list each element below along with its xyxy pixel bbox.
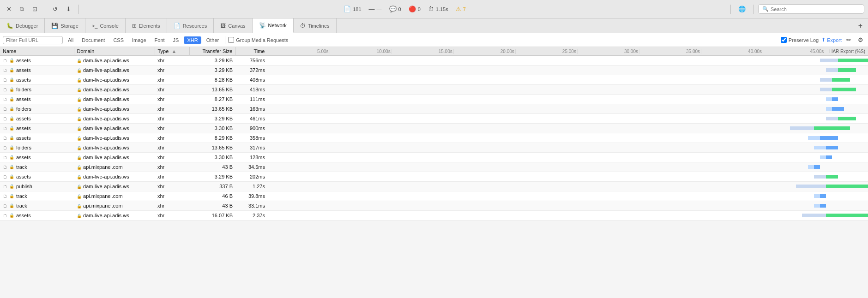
table-row[interactable]: 🗋🔒assets🔒 dam-live-api.adis.wsxhr3.29 KB… bbox=[0, 172, 868, 182]
cell-timeline bbox=[268, 133, 868, 143]
col-header-time[interactable]: Time bbox=[235, 47, 268, 56]
cell-domain: 🔒 dam-live-api.adis.ws bbox=[74, 56, 155, 66]
table-row[interactable]: 🗋🔒publish🔒 dam-live-api.adis.wsxhr337 B1… bbox=[0, 182, 868, 191]
tab-storage[interactable]: 💾 Storage bbox=[45, 18, 85, 33]
table-row[interactable]: 🗋🔒assets🔒 dam-live-api.adis.wsxhr3.29 KB… bbox=[0, 56, 868, 66]
filter-other[interactable]: Other bbox=[203, 36, 223, 44]
timeline-bar bbox=[268, 124, 868, 133]
table-row[interactable]: 🗋🔒track🔒 api.mixpanel.comxhr46 B39.8ms bbox=[0, 191, 868, 201]
settings-button[interactable]: ⚙ bbox=[856, 36, 865, 44]
tab-debugger[interactable]: 🐛 Debugger bbox=[0, 18, 45, 33]
tab-elements[interactable]: ⊞ Elements bbox=[126, 18, 167, 33]
table-row[interactable]: 🗋🔒assets🔒 dam-live-api.adis.wsxhr16.07 K… bbox=[0, 211, 868, 221]
close-button[interactable]: ✕ bbox=[4, 4, 14, 14]
cell-name: 🗋🔒assets bbox=[0, 172, 74, 182]
bar-receiving bbox=[826, 175, 838, 179]
lock-icon: 🔒 bbox=[9, 184, 14, 189]
url-filter-input[interactable] bbox=[3, 36, 63, 44]
cell-name: 🗋🔒assets bbox=[0, 133, 74, 143]
file-icon: 🗋 bbox=[3, 136, 7, 141]
detach-button[interactable]: ⧉ bbox=[17, 4, 27, 15]
reload-button[interactable]: ↺ bbox=[50, 4, 60, 14]
cell-timeline bbox=[268, 162, 868, 172]
preserve-log-label[interactable]: Preserve Log bbox=[781, 37, 819, 43]
table-row[interactable]: 🗋🔒assets🔒 dam-live-api.adis.wsxhr8.29 KB… bbox=[0, 133, 868, 143]
cell-size: 13.65 KB bbox=[189, 85, 235, 95]
network-icon: 📡 bbox=[259, 22, 266, 29]
cell-type: xhr bbox=[155, 124, 189, 133]
cell-domain: 🔒 api.mixpanel.com bbox=[74, 201, 155, 211]
table-header: Name Domain Type ▲ Transfer Size Time bbox=[0, 47, 868, 56]
table-row[interactable]: 🗋🔒assets🔒 dam-live-api.adis.wsxhr3.30 KB… bbox=[0, 124, 868, 133]
bar-receiving bbox=[814, 126, 850, 130]
lock-icon: 🔒 bbox=[9, 97, 14, 101]
file-icon: 🗋 bbox=[3, 97, 7, 102]
table-row[interactable]: 🗋🔒track🔒 api.mixpanel.comxhr43 B33.1ms bbox=[0, 201, 868, 211]
table-row[interactable]: 🗋🔒track🔒 api.mixpanel.comxhr43 B34.5ms bbox=[0, 162, 868, 172]
warnings-count: 7 bbox=[463, 6, 466, 12]
tab-console[interactable]: >_ Console bbox=[85, 18, 126, 33]
col-header-domain[interactable]: Domain bbox=[74, 47, 155, 56]
lock-icon: 🔒 bbox=[9, 213, 14, 218]
table-row[interactable]: 🗋🔒assets🔒 dam-live-api.adis.wsxhr8.27 KB… bbox=[0, 95, 868, 104]
cell-timeline bbox=[268, 143, 868, 153]
bar-receiving bbox=[832, 107, 844, 111]
download-button[interactable]: ⬇ bbox=[63, 4, 74, 14]
lock-icon: 🔒 bbox=[9, 126, 14, 131]
file-icon: 🗋 bbox=[3, 126, 7, 131]
search-input[interactable] bbox=[771, 6, 860, 12]
tab-timelines[interactable]: ⏱ Timelines bbox=[294, 18, 337, 33]
add-tab-button[interactable]: + bbox=[853, 22, 868, 30]
table-row[interactable]: 🗋🔒assets🔒 dam-live-api.adis.wsxhr8.28 KB… bbox=[0, 75, 868, 85]
cell-timeline bbox=[268, 191, 868, 201]
console-icon: >_ bbox=[92, 23, 98, 29]
cell-time: 111ms bbox=[235, 95, 268, 104]
cell-timeline bbox=[268, 75, 868, 85]
filter-xhr[interactable]: XHR bbox=[184, 36, 201, 44]
col-header-type[interactable]: Type ▲ bbox=[155, 47, 189, 56]
sidebar-toggle-button[interactable]: ⊡ bbox=[30, 4, 40, 14]
table-row[interactable]: 🗋🔒assets🔒 dam-live-api.adis.wsxhr3.29 KB… bbox=[0, 66, 868, 75]
file-icon: 🗋 bbox=[3, 116, 7, 121]
cell-timeline bbox=[268, 153, 868, 162]
table-wrap[interactable]: Name Domain Type ▲ Transfer Size Time bbox=[0, 47, 868, 298]
group-media-checkbox[interactable] bbox=[228, 37, 234, 43]
tick-5s: 5.00s bbox=[268, 49, 330, 54]
preserve-log-checkbox[interactable] bbox=[781, 37, 787, 43]
group-media-label[interactable]: Group Media Requests bbox=[228, 37, 288, 43]
file-icon: 🗋 bbox=[3, 155, 7, 160]
row-name: assets bbox=[16, 213, 31, 218]
cell-time: 202ms bbox=[235, 172, 268, 182]
row-name: assets bbox=[16, 155, 31, 160]
cell-type: xhr bbox=[155, 95, 189, 104]
export-button[interactable]: ⬆ Export bbox=[821, 37, 842, 43]
col-header-timeline[interactable]: 5.00s 10.00s 15.00s 20.00s 25.00s 30.00s… bbox=[268, 47, 868, 56]
filter-image[interactable]: Image bbox=[129, 36, 150, 44]
table-row[interactable]: 🗋🔒folders🔒 dam-live-api.adis.wsxhr13.65 … bbox=[0, 143, 868, 153]
tab-resources[interactable]: 📄 Resources bbox=[167, 18, 214, 33]
lock-icon: 🔒 bbox=[77, 126, 82, 131]
table-row[interactable]: 🗋🔒assets🔒 dam-live-api.adis.wsxhr3.29 KB… bbox=[0, 114, 868, 124]
filter-font[interactable]: Font bbox=[151, 36, 168, 44]
col-header-size[interactable]: Transfer Size bbox=[189, 47, 235, 56]
lock-icon: 🔒 bbox=[77, 117, 82, 121]
col-header-name[interactable]: Name bbox=[0, 47, 74, 56]
tab-network[interactable]: 📡 Network bbox=[253, 18, 294, 33]
cell-time: 418ms bbox=[235, 85, 268, 95]
row-name: folders bbox=[16, 87, 31, 92]
bar-waiting bbox=[808, 165, 814, 169]
filter-js[interactable]: JS bbox=[170, 36, 182, 44]
table-row[interactable]: 🗋🔒folders🔒 dam-live-api.adis.wsxhr13.65 … bbox=[0, 85, 868, 95]
filter-css[interactable]: CSS bbox=[110, 36, 127, 44]
cell-timeline bbox=[268, 66, 868, 75]
table-row[interactable]: 🗋🔒folders🔒 dam-live-api.adis.wsxhr13.65 … bbox=[0, 104, 868, 114]
filter-all[interactable]: All bbox=[65, 36, 77, 44]
lock-icon: 🔒 bbox=[9, 107, 14, 111]
network-icon-button[interactable]: 🌐 bbox=[735, 4, 748, 14]
edit-columns-button[interactable]: ✏ bbox=[844, 36, 853, 44]
table-row[interactable]: 🗋🔒assets🔒 dam-live-api.adis.wsxhr3.30 KB… bbox=[0, 153, 868, 162]
bar-receiving bbox=[838, 68, 856, 72]
filter-document[interactable]: Document bbox=[78, 36, 108, 44]
tab-canvas-label: Canvas bbox=[228, 23, 245, 29]
tab-canvas[interactable]: 🖼 Canvas bbox=[214, 18, 252, 33]
